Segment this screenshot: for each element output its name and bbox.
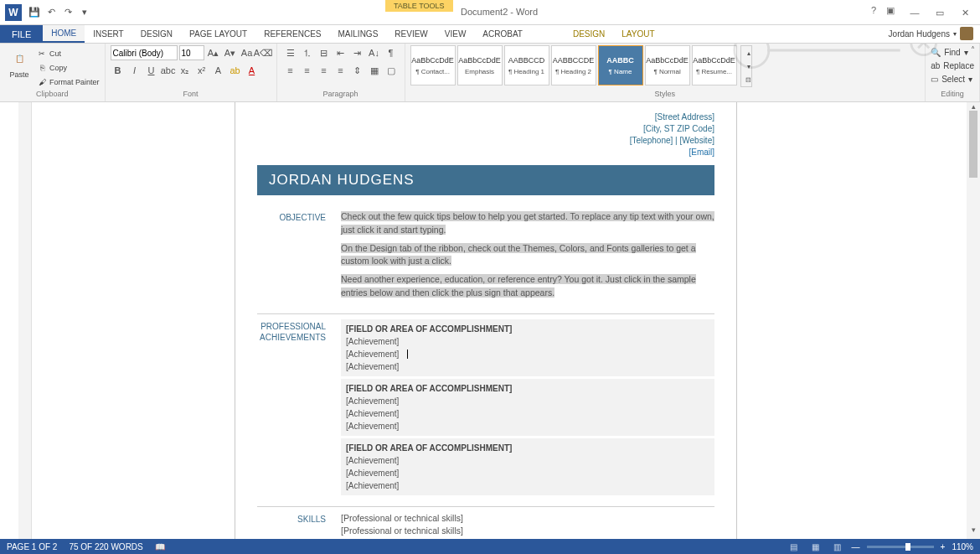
- close-button[interactable]: ✕: [953, 5, 977, 20]
- justify-button[interactable]: ≡: [333, 63, 349, 78]
- web-layout-button[interactable]: ▥: [830, 541, 845, 552]
- tab-references[interactable]: REFERENCES: [255, 25, 329, 43]
- bullets-button[interactable]: ☰: [282, 45, 299, 60]
- redo-icon[interactable]: ↷: [62, 7, 74, 18]
- style-item[interactable]: AaBbCcDdE¶ Contact...: [410, 45, 456, 85]
- font-name-select[interactable]: [111, 45, 178, 60]
- zoom-thumb[interactable]: [905, 543, 910, 551]
- contact-email: [Email]: [257, 147, 714, 158]
- read-mode-button[interactable]: ▤: [787, 541, 802, 552]
- section-skills[interactable]: SKILLS [Professional or technical skills…: [257, 507, 714, 540]
- grow-font-button[interactable]: A▴: [206, 45, 221, 60]
- contact-city: [City, ST ZIP Code]: [257, 123, 714, 135]
- zoom-out-button[interactable]: —: [852, 542, 860, 551]
- user-badge[interactable]: Jordan Hudgens ▾: [889, 27, 973, 40]
- clipboard-group-label: Clipboard: [5, 90, 100, 101]
- tab-page-layout[interactable]: PAGE LAYOUT: [181, 25, 255, 43]
- workspace: ▴ ▾ [Street Address] [City, ST ZIP Code]…: [0, 102, 980, 539]
- minimize-button[interactable]: —: [903, 5, 926, 20]
- achievement-heading: [FIELD OR AREA OF ACCOMPLISHMENT]: [346, 323, 709, 335]
- style-item[interactable]: AaBbCcDdE¶ Normal: [645, 45, 690, 85]
- tab-view[interactable]: VIEW: [436, 25, 475, 43]
- zoom-in-button[interactable]: +: [941, 542, 946, 551]
- borders-button[interactable]: ▢: [383, 63, 400, 78]
- increase-indent-button[interactable]: ⇥: [349, 45, 366, 60]
- undo-icon[interactable]: ↶: [45, 7, 57, 18]
- format-painter-button[interactable]: 🖌Format Painter: [37, 75, 100, 88]
- contact-block[interactable]: [Street Address] [City, ST ZIP Code] [Te…: [257, 111, 714, 158]
- zoom-slider[interactable]: [867, 546, 934, 548]
- align-left-button[interactable]: ≡: [282, 63, 299, 78]
- achievement-item: [Achievement]: [346, 422, 399, 431]
- avatar: [960, 27, 973, 40]
- document-page[interactable]: [Street Address] [City, ST ZIP Code] [Te…: [235, 102, 737, 539]
- page-indicator[interactable]: PAGE 1 OF 2: [7, 542, 57, 551]
- sort-button[interactable]: A↓: [366, 45, 383, 60]
- word-count[interactable]: 75 OF 220 WORDS: [69, 542, 142, 551]
- copy-button[interactable]: ⎘Copy: [37, 61, 100, 74]
- text-effects-button[interactable]: A: [211, 63, 226, 78]
- show-marks-button[interactable]: ¶: [383, 45, 400, 60]
- italic-button[interactable]: I: [127, 63, 142, 78]
- decrease-indent-button[interactable]: ⇤: [333, 45, 349, 60]
- styles-gallery[interactable]: AaBbCcDdE¶ Contact...AaBbCcDdEEmphasisAA…: [410, 45, 737, 87]
- achievement-item: [Achievement]: [346, 409, 399, 418]
- help-icon[interactable]: ?: [868, 5, 879, 16]
- ribbon-display-icon[interactable]: ▣: [885, 5, 896, 16]
- subscript-button[interactable]: x₂: [178, 63, 193, 78]
- print-layout-button[interactable]: ▦: [808, 541, 823, 552]
- shading-button[interactable]: ▦: [366, 63, 383, 78]
- copy-icon: ⎘: [37, 63, 47, 73]
- scroll-down-icon[interactable]: ▾: [967, 526, 980, 539]
- font-color-button[interactable]: A: [245, 63, 260, 78]
- underline-button[interactable]: U: [144, 63, 159, 78]
- strikethrough-button[interactable]: abc: [161, 63, 176, 78]
- multilevel-button[interactable]: ⊟: [316, 45, 333, 60]
- align-center-button[interactable]: ≡: [299, 63, 316, 78]
- spellcheck-icon[interactable]: 📖: [155, 542, 165, 551]
- highlight-button[interactable]: ab: [228, 63, 243, 78]
- tab-design[interactable]: DESIGN: [132, 25, 181, 43]
- name-banner[interactable]: JORDAN HUDGENS: [257, 165, 714, 195]
- vertical-scrollbar[interactable]: ▴ ▾: [967, 102, 980, 539]
- contact-phone-web: [Telephone] | [Website]: [257, 135, 714, 147]
- scroll-thumb[interactable]: [969, 111, 977, 178]
- style-item[interactable]: AABBC¶ Name: [598, 45, 643, 85]
- save-icon[interactable]: 💾: [28, 7, 40, 18]
- section-objective[interactable]: OBJECTIVE Check out the few quick tips b…: [257, 205, 714, 314]
- tab-insert[interactable]: INSERT: [85, 25, 132, 43]
- style-item[interactable]: AABBCCD¶ Heading 1: [504, 45, 549, 85]
- align-right-button[interactable]: ≡: [316, 63, 333, 78]
- style-item[interactable]: AABBCCDE¶ Heading 2: [551, 45, 596, 85]
- context-tab-layout[interactable]: LAYOUT: [613, 25, 663, 43]
- font-group-label: Font: [111, 90, 271, 101]
- font-size-select[interactable]: [179, 45, 204, 60]
- numbering-button[interactable]: ⒈: [299, 45, 316, 60]
- cut-button[interactable]: ✂Cut: [37, 47, 100, 60]
- achievement-item: [Achievement]: [346, 362, 399, 371]
- zoom-level[interactable]: 110%: [952, 542, 973, 551]
- paste-button[interactable]: 📋 Paste: [5, 45, 34, 79]
- style-item[interactable]: AaBbCcDdEEmphasis: [457, 45, 503, 85]
- superscript-button[interactable]: x²: [194, 63, 209, 78]
- status-bar: PAGE 1 OF 2 75 OF 220 WORDS 📖 ▤ ▦ ▥ — + …: [0, 539, 980, 554]
- context-tab-group: TABLE TOOLS: [385, 0, 453, 12]
- maximize-button[interactable]: ▭: [928, 5, 952, 20]
- bold-button[interactable]: B: [111, 63, 126, 78]
- cut-icon: ✂: [37, 49, 47, 59]
- file-tab[interactable]: FILE: [0, 25, 43, 43]
- change-case-button[interactable]: Aa: [240, 45, 255, 60]
- tab-acrobat[interactable]: ACROBAT: [474, 25, 531, 43]
- paste-label: Paste: [9, 70, 28, 79]
- section-achievements[interactable]: PROFESSIONAL ACHIEVEMENTS [FIELD OR AREA…: [257, 314, 714, 507]
- collapse-ribbon-button[interactable]: ˄: [971, 45, 975, 54]
- shrink-font-button[interactable]: A▾: [223, 45, 238, 60]
- tab-review[interactable]: REVIEW: [386, 25, 436, 43]
- tab-mailings[interactable]: MAILINGS: [330, 25, 387, 43]
- context-tab-design[interactable]: DESIGN: [565, 25, 613, 43]
- tab-home[interactable]: HOME: [43, 25, 85, 43]
- qat-customize-icon[interactable]: ▾: [79, 7, 90, 18]
- clear-format-button[interactable]: A⌫: [256, 45, 271, 60]
- skills-label: SKILLS: [257, 512, 341, 540]
- line-spacing-button[interactable]: ⇕: [349, 63, 366, 78]
